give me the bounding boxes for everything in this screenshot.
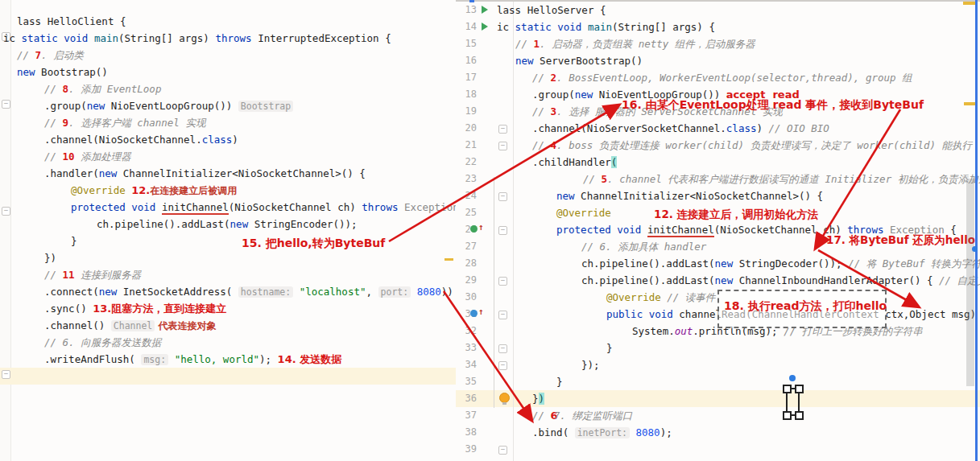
code-line[interactable]: protected void initChannel(NioSocketChan… <box>71 199 457 216</box>
code-line[interactable]: @Override 12.在连接建立后被调用 <box>71 182 237 199</box>
code-line[interactable]: // 8. 添加 EventLoop <box>44 80 161 97</box>
code-token: lass HelloClient { <box>17 15 126 27</box>
code-line[interactable]: .group(new NioEventLoopGroup()) Bootstra… <box>44 97 293 114</box>
server-editor-pane[interactable]: 1314151617181920212223242526272829303132… <box>456 0 980 461</box>
code-token: inetPort: <box>575 427 630 438</box>
code-token: protected <box>71 201 131 213</box>
override-gutter-icon[interactable]: ↑ <box>470 224 486 234</box>
code-line[interactable]: // 6. 添加具体 handler <box>581 238 706 255</box>
code-line[interactable]: } <box>71 233 77 249</box>
code-token: static <box>515 21 558 33</box>
fold-marker[interactable]: – <box>498 311 507 319</box>
code-token: "localhost" <box>300 286 366 298</box>
code-token: 7 <box>35 49 42 61</box>
code-line[interactable]: }) <box>44 249 56 266</box>
code-line[interactable]: lass HelloClient { <box>17 13 126 30</box>
code-token: hostname: <box>238 286 293 298</box>
code-line[interactable]: .bind( inetPort: 8080); <box>532 424 672 441</box>
code-token: InetSocketAddress( <box>123 286 238 298</box>
code-token: public <box>606 308 649 320</box>
fold-marker[interactable]: – <box>498 361 507 370</box>
code-line[interactable]: lass HelloServer { <box>497 2 606 19</box>
code-token: new <box>715 257 739 270</box>
code-line[interactable]: ch.pipeline().addLast(new StringDecoder(… <box>581 255 980 272</box>
code-line[interactable]: .channel(NioSocketChannel.class) <box>44 131 238 148</box>
fold-marker[interactable]: – <box>498 226 507 235</box>
line-number: 39 <box>456 441 477 458</box>
code-line[interactable]: .channel() Channel 代表连接对象 <box>44 317 216 334</box>
fold-marker[interactable]: – <box>498 344 507 353</box>
code-line[interactable]: // 9. 选择客户端 channel 实现 <box>44 114 205 131</box>
fold-marker[interactable]: – <box>498 192 507 201</box>
code-token: ServerBootstrap() <box>540 55 643 67</box>
code-line[interactable]: } <box>556 373 563 390</box>
code-line[interactable]: .connect(new InetSocketAddress( hostname… <box>44 283 457 300</box>
override-gutter-icon[interactable]: ↑ <box>470 309 486 319</box>
code-line[interactable]: ic static void main(String[] args) throw… <box>3 30 391 47</box>
code-token: lass HelloServer { <box>497 4 606 16</box>
code-line[interactable]: new Bootstrap() <box>17 64 108 80</box>
code-line[interactable]: @Override <box>556 204 611 221</box>
code-line[interactable]: .channel(NioServerSocketChannel.class) /… <box>532 120 829 137</box>
run-button[interactable] <box>482 23 488 31</box>
code-line[interactable]: .childHandler( <box>532 154 617 171</box>
code-line[interactable]: @Override // 读事件 <box>606 289 715 306</box>
code-token: .group( <box>44 100 87 112</box>
line-number: 37 <box>456 407 477 424</box>
code-line[interactable]: } <box>606 340 613 356</box>
code-token: // <box>515 38 534 50</box>
code-line[interactable]: // 1. 启动器，负责组装 netty 组件，启动服务器 <box>515 35 755 52</box>
line-number: 27 <box>456 238 477 255</box>
client-editor-pane[interactable]: ––––lass HelloClient {ic static void mai… <box>0 0 457 461</box>
code-token: initChannel <box>647 224 714 237</box>
fold-marker[interactable]: – <box>498 125 507 134</box>
code-line[interactable]: new ServerBootstrap() <box>515 52 643 69</box>
code-line[interactable]: // 5. channel 代表和客户端进行数据读写的通道 Initialize… <box>583 171 980 187</box>
code-line[interactable]: .sync() 13.阻塞方法，直到连接建立 <box>44 300 226 317</box>
code-token <box>168 353 175 365</box>
fold-marker[interactable]: – <box>498 142 507 150</box>
code-token: throws <box>362 201 404 213</box>
code-token: }) <box>44 252 56 264</box>
intention-lightbulb-icon[interactable] <box>499 393 510 403</box>
code-token: .channel(NioServerSocketChannel. <box>532 122 726 134</box>
code-line[interactable]: // 7. 启动类 <box>17 47 84 64</box>
fold-marker[interactable]: – <box>2 370 10 379</box>
code-token: ); <box>259 353 278 365</box>
code-line[interactable]: .handler(new ChannelInitializer<NioSocke… <box>44 165 366 182</box>
code-token: static <box>22 32 64 44</box>
code-token: 在连接建立后被调用 <box>150 185 237 196</box>
line-number: 36 <box>456 390 477 407</box>
code-line[interactable]: // 67. 绑定监听端口 <box>532 407 632 424</box>
fold-marker[interactable]: – <box>498 277 507 286</box>
fold-marker[interactable]: – <box>2 100 10 109</box>
line-number: 17 <box>456 69 477 86</box>
code-line[interactable]: }) <box>532 390 544 407</box>
line-number: 32 <box>456 323 477 340</box>
annotation-dot <box>789 375 796 381</box>
code-line[interactable]: new ChannelInitializer<NioSocketChannel>… <box>556 187 823 204</box>
code-line[interactable]: // 2. BossEventLoop, WorkerEventLoop(sel… <box>532 69 912 86</box>
scrollbar-position-dot[interactable] <box>972 246 978 252</box>
code-token: // <box>17 49 35 61</box>
run-button[interactable] <box>482 6 488 14</box>
code-token: ChannelInboundHandlerAdapter() { <box>739 274 939 286</box>
code-token: new <box>99 286 123 298</box>
fold-marker[interactable]: – <box>2 207 10 216</box>
code-line[interactable]: }); <box>581 356 600 373</box>
code-line[interactable]: // 6. 向服务器发送数据 <box>44 334 161 351</box>
code-line[interactable]: // 4. boss 负责处理连接 worker(child) 负责处理读写，决… <box>532 137 972 154</box>
line-number: 23 <box>456 171 477 187</box>
code-line[interactable]: ic static void main(String[] args) { <box>497 19 715 35</box>
code-line[interactable]: // 10 添加处理器 <box>44 148 131 165</box>
code-line[interactable]: .writeAndFlush( msg: "hello, world"); 14… <box>44 351 341 368</box>
code-token: throws <box>215 32 258 44</box>
fold-marker[interactable]: – <box>498 446 507 455</box>
code-line[interactable]: ch.pipeline().addLast(new ChannelInbound… <box>581 272 980 289</box>
override-icon-circle <box>470 310 478 317</box>
code-line[interactable]: ch.pipeline().addLast(new StringEncoder(… <box>97 216 358 233</box>
annotation-label: 18. 执行read方法，打印hello <box>724 299 887 314</box>
scrollbar-warning-mark <box>963 2 975 5</box>
code-line[interactable]: // 11 连接到服务器 <box>44 266 141 283</box>
code-token: .sync() <box>44 303 93 315</box>
